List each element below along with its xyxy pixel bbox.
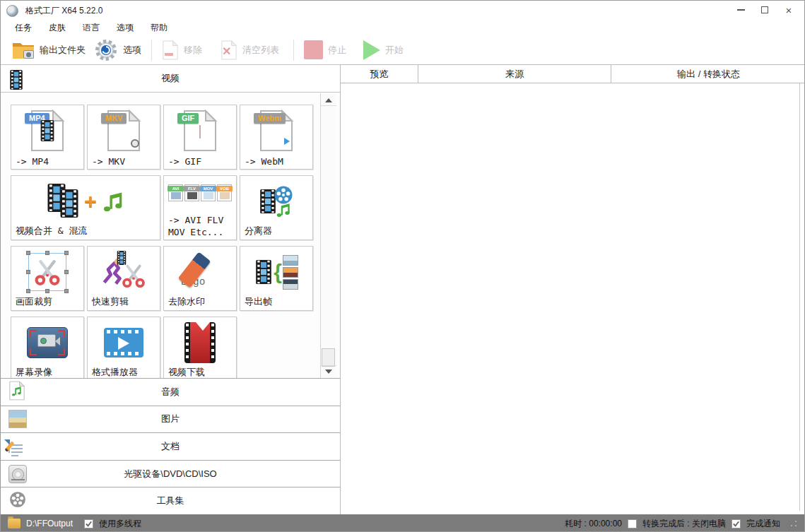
remove-button[interactable]: 移除 [158, 40, 206, 60]
film-reel-icon [8, 490, 27, 512]
list-scroll-track [799, 83, 800, 511]
tile-to-webm[interactable]: Webm -> WebM [240, 105, 313, 170]
shutdown-after-checkbox[interactable] [628, 519, 637, 528]
tile-to-mkv[interactable]: MKV -> MKV [87, 105, 160, 170]
start-play-icon [363, 40, 380, 60]
video-download-icon [164, 321, 236, 364]
tile-export-frames[interactable]: { 导出帧 [240, 246, 313, 311]
tile-label-line1: -> AVI FLV [168, 215, 223, 225]
menu-language[interactable]: 语言 [83, 22, 100, 34]
menu-task[interactable]: 任务 [15, 22, 32, 34]
tile-label: -> MKV [92, 156, 125, 167]
app-window: 格式工厂 X64 5.22.0 × 任务 皮肤 语言 选项 帮助 输出文件夹 选… [0, 0, 805, 532]
mkv-file-icon: MKV [88, 110, 160, 152]
stop-icon [304, 40, 323, 59]
tile-label: 屏幕录像 [16, 366, 52, 378]
tile-label: 快速剪辑 [92, 295, 129, 308]
mkv-badge: MKV [101, 113, 127, 124]
tile-video-download[interactable]: 视频下载 [163, 317, 237, 378]
scroll-down-icon [325, 370, 332, 374]
webm-badge: Webm [254, 113, 286, 124]
tile-to-gif[interactable]: GIF -> GIF [163, 105, 237, 170]
minimize-button[interactable] [729, 1, 752, 19]
notify-checkbox[interactable] [731, 519, 741, 528]
check-icon [85, 520, 93, 528]
tile-to-mp4[interactable]: MP4 -> MP4 [11, 105, 84, 170]
scissors-icon [120, 262, 147, 289]
audio-icon [8, 381, 25, 403]
category-document[interactable]: 文档 [1, 432, 340, 460]
tile-quick-clip[interactable]: 快速剪辑 [87, 246, 160, 311]
tile-to-avi-flv-mov[interactable]: AVI FLV MOV VOB -> AVI FLV MOV Etc... [163, 175, 237, 240]
menu-skin[interactable]: 皮肤 [49, 22, 66, 34]
mp4-file-icon: MP4 [11, 110, 83, 152]
output-folder-label: 输出文件夹 [40, 44, 86, 57]
options-label: 选项 [123, 44, 141, 57]
close-button[interactable]: × [777, 1, 800, 19]
column-source[interactable]: 来源 [418, 65, 611, 83]
multithread-label: 使用多线程 [99, 518, 141, 530]
category-toolset[interactable]: 工具集 [1, 487, 340, 514]
check-icon [732, 520, 740, 528]
category-picture[interactable]: 图片 [1, 406, 340, 433]
maximize-button[interactable] [753, 1, 776, 19]
remove-label: 移除 [184, 44, 202, 57]
scrollbar-thumb[interactable] [322, 348, 335, 367]
brace-icon: { [274, 261, 282, 283]
start-button[interactable]: 开始 [359, 40, 408, 60]
toolbar-separator [293, 40, 294, 61]
category-list: 音频 图片 文档 光驱设备\DVD\CD\ISO 工具集 [1, 378, 340, 514]
tile-remove-watermark[interactable]: Logo 去除水印 [163, 246, 237, 311]
tile-label: -> GIF [168, 156, 201, 167]
video-filmstrip-icon [8, 70, 24, 93]
scroll-up-button[interactable] [321, 95, 336, 106]
tile-format-player[interactable]: 格式播放器 [87, 317, 160, 378]
video-join-icon: + [11, 180, 160, 223]
toolbar: 输出文件夹 选项 移除 ✕ 清空列表 停止 开始 [1, 35, 804, 64]
tile-label: 视频合并 & 混流 [16, 225, 87, 237]
output-folder-button[interactable]: 输出文件夹 [8, 40, 90, 59]
category-label: 图片 [161, 413, 180, 425]
stop-button[interactable]: 停止 [300, 40, 351, 59]
resize-grip[interactable] [790, 520, 797, 527]
grid-scrollbar[interactable] [320, 93, 336, 378]
category-optical-dvd-cd-iso[interactable]: 光驱设备\DVD\CD\ISO [1, 460, 340, 487]
tile-splitter[interactable]: 分离器 [240, 175, 313, 240]
category-audio[interactable]: 音频 [1, 378, 340, 406]
active-category-label: 视频 [161, 72, 180, 85]
column-output-status[interactable]: 输出 / 转换状态 [611, 65, 805, 83]
tile-label: 分离器 [245, 225, 272, 237]
status-bar: D:\FFOutput 使用多线程 耗时 : 00:00:00 转换完成后 : … [1, 514, 804, 532]
output-path-folder-icon [8, 519, 20, 528]
multithread-checkbox[interactable] [84, 519, 93, 528]
start-label: 开始 [385, 44, 404, 57]
menu-options[interactable]: 选项 [117, 22, 134, 34]
minimize-icon [737, 9, 745, 11]
quick-clip-icon [88, 251, 160, 293]
document-icon [8, 440, 10, 453]
tile-label: 去除水印 [168, 295, 205, 308]
remove-document-icon [162, 40, 179, 60]
options-button[interactable]: 选项 [90, 38, 146, 62]
tile-screen-record[interactable]: 屏幕录像 [11, 317, 84, 378]
menu-help[interactable]: 帮助 [151, 22, 168, 34]
task-list-header: 预览 来源 输出 / 转换状态 [341, 64, 805, 83]
elapsed-time: 耗时 : 00:00:00 [565, 518, 622, 530]
output-path[interactable]: D:\FFOutput [26, 519, 73, 528]
scroll-down-button[interactable] [321, 365, 336, 377]
clear-list-button[interactable]: ✕ 清空列表 [216, 40, 283, 60]
tile-crop-video[interactable]: 画面裁剪 [11, 246, 84, 311]
window-title: 格式工厂 X64 5.22.0 [25, 5, 102, 17]
category-label: 光驱设备\DVD\CD\ISO [124, 468, 216, 480]
maximize-icon [761, 6, 768, 13]
column-preview[interactable]: 预览 [341, 65, 418, 83]
tile-label: -> MP4 [16, 156, 49, 167]
category-label: 工具集 [157, 495, 184, 507]
plus-icon: + [84, 191, 97, 212]
task-list-empty-area[interactable] [341, 83, 805, 514]
category-header-video[interactable]: 视频 [1, 64, 340, 93]
eraser-icon: Logo [164, 251, 236, 293]
export-frames-icon: { [240, 251, 312, 293]
clear-list-icon: ✕ [221, 40, 237, 60]
tile-video-join-mux[interactable]: + 视频合并 & 混流 [11, 175, 160, 240]
